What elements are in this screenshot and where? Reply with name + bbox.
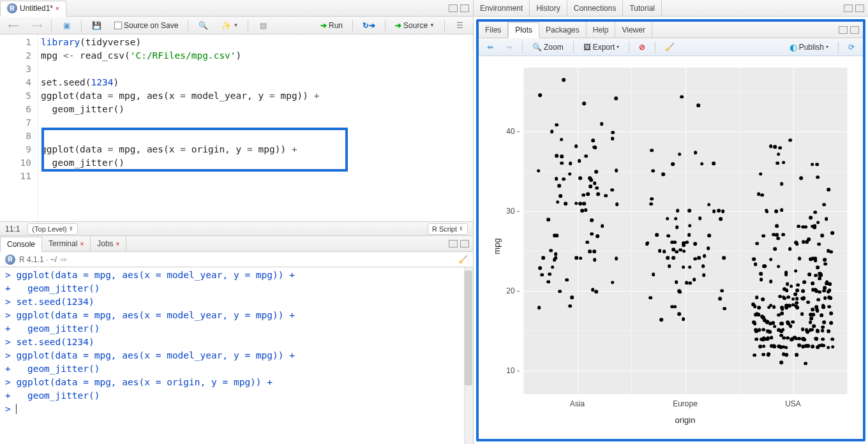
code-line[interactable]: geom_jitter() xyxy=(41,156,470,170)
plot-prev-button[interactable]: ⬅ xyxy=(483,41,498,54)
show-in-new-window[interactable]: ▣ xyxy=(57,18,76,33)
data-point xyxy=(578,177,582,181)
data-point xyxy=(649,202,653,206)
console-path-text: R 4.1.1 · ~/ xyxy=(19,255,57,264)
clear-plots-button[interactable]: 🧹 xyxy=(661,41,679,54)
data-point xyxy=(611,137,615,140)
data-point xyxy=(830,321,834,325)
data-point xyxy=(788,247,792,251)
data-point xyxy=(780,361,784,365)
plot-next-button[interactable]: ➡ xyxy=(502,41,517,54)
tab-environment[interactable]: Environment xyxy=(474,0,530,16)
clear-console-icon[interactable]: 🧹 xyxy=(458,255,468,264)
source-button[interactable]: ➔ Source ▼ xyxy=(391,19,439,32)
data-point xyxy=(823,286,827,290)
close-icon[interactable]: × xyxy=(116,241,120,248)
tab-plots[interactable]: Plots xyxy=(508,22,539,38)
data-point xyxy=(677,289,681,293)
scrollbar[interactable] xyxy=(464,267,473,444)
pane-window-controls[interactable] xyxy=(840,4,868,12)
data-point xyxy=(667,234,671,238)
source-editor[interactable]: 1234567891011 library(tidyverse)mpg <- r… xyxy=(0,34,473,221)
forward-button[interactable]: ⟶ xyxy=(27,18,46,33)
data-point xyxy=(766,329,770,333)
data-point xyxy=(586,192,590,196)
rerun-button[interactable]: ↻➔ xyxy=(358,19,380,32)
close-icon[interactable]: × xyxy=(80,241,84,248)
code-line[interactable]: ggplot(data = mpg, aes(x = model_year, y… xyxy=(41,89,470,103)
data-point xyxy=(793,336,797,339)
data-point xyxy=(540,273,544,277)
data-point xyxy=(805,344,809,348)
zoom-button[interactable]: 🔍 Zoom xyxy=(528,41,568,54)
tab-packages[interactable]: Packages xyxy=(539,22,587,38)
data-point xyxy=(675,225,679,229)
y-tick-label: 40 - xyxy=(506,127,520,136)
tab-files[interactable]: Files xyxy=(479,22,508,38)
close-icon[interactable]: × xyxy=(56,5,59,12)
data-point xyxy=(809,320,812,324)
data-point xyxy=(662,250,666,254)
outline-button[interactable]: ☰ xyxy=(450,18,469,33)
tab-jobs[interactable]: Jobs × xyxy=(91,236,126,251)
data-point xyxy=(575,256,579,260)
data-point xyxy=(818,277,822,281)
pane-window-controls[interactable] xyxy=(835,26,863,34)
code-line[interactable] xyxy=(41,63,470,76)
notebook-button[interactable]: ▤ xyxy=(253,18,273,33)
data-point xyxy=(796,288,800,292)
plot-highlight-border: Files Plots Packages Help Viewer ⬅ ➡ 🔍 Z… xyxy=(476,19,865,441)
code-line[interactable] xyxy=(41,130,470,143)
filetype-selector[interactable]: R Script ⇕ xyxy=(428,223,468,235)
code-line[interactable]: ggplot(data = mpg, aes(x = origin, y = m… xyxy=(41,143,470,156)
data-point xyxy=(786,322,790,325)
pane-window-controls[interactable] xyxy=(445,240,473,248)
code-line[interactable]: set.seed(1234) xyxy=(41,76,470,89)
code-line[interactable]: mpg <- read_csv('C:/RFiles/mpg.csv') xyxy=(41,49,470,63)
data-point xyxy=(820,233,824,237)
tab-help[interactable]: Help xyxy=(587,22,616,38)
data-point xyxy=(650,149,654,152)
console-body[interactable]: > ggplot(data = mpg, aes(x = model_year,… xyxy=(0,267,473,444)
pane-window-controls[interactable] xyxy=(445,4,473,12)
wand-button[interactable]: ✨▼ xyxy=(216,18,243,33)
code-line[interactable] xyxy=(41,116,470,130)
code-line[interactable] xyxy=(41,170,470,183)
data-point xyxy=(693,242,697,246)
y-tick-label: 20 - xyxy=(506,286,520,295)
tab-history[interactable]: History xyxy=(530,0,567,16)
data-point xyxy=(789,138,793,142)
data-point xyxy=(611,131,615,135)
run-button[interactable]: ➔ Run xyxy=(316,19,347,32)
remove-plot-button[interactable]: ⊘ xyxy=(634,41,650,54)
data-point xyxy=(807,237,811,241)
tab-tutorial[interactable]: Tutorial xyxy=(623,0,662,16)
publish-button[interactable]: ◐ Publish ▾ xyxy=(785,40,833,54)
source-on-save-checkbox[interactable]: Source on Save xyxy=(110,19,183,32)
data-point xyxy=(798,256,802,260)
data-point xyxy=(809,216,812,220)
data-point xyxy=(762,344,766,348)
x-tick-label: USA xyxy=(785,399,801,408)
scrollbar-thumb[interactable] xyxy=(465,270,472,385)
scope-selector[interactable]: (Top Level) ⇕ xyxy=(27,223,77,235)
tab-connections[interactable]: Connections xyxy=(567,0,624,16)
data-point xyxy=(701,265,705,269)
data-point xyxy=(816,163,819,166)
code-line[interactable]: library(tidyverse) xyxy=(41,36,470,49)
find-button[interactable]: 🔍 xyxy=(193,18,213,33)
data-point xyxy=(615,257,618,261)
tab-terminal[interactable]: Terminal × xyxy=(42,236,91,251)
refresh-plot-button[interactable]: ⟳ xyxy=(844,41,859,54)
tab-console[interactable]: Console xyxy=(0,237,42,252)
back-button[interactable]: ⟵ xyxy=(4,18,23,33)
save-button[interactable]: 💾 xyxy=(87,18,106,33)
tab-viewer[interactable]: Viewer xyxy=(615,22,652,38)
data-point xyxy=(671,163,675,166)
data-point xyxy=(590,232,594,236)
code-line[interactable]: geom_jitter() xyxy=(41,103,470,116)
editor-tab-untitled1[interactable]: R Untitled1* × xyxy=(0,1,66,17)
export-button[interactable]: 🖼 Export ▾ xyxy=(579,41,624,54)
data-point xyxy=(819,314,823,318)
code-body[interactable]: library(tidyverse)mpg <- read_csv('C:/RF… xyxy=(38,34,473,221)
